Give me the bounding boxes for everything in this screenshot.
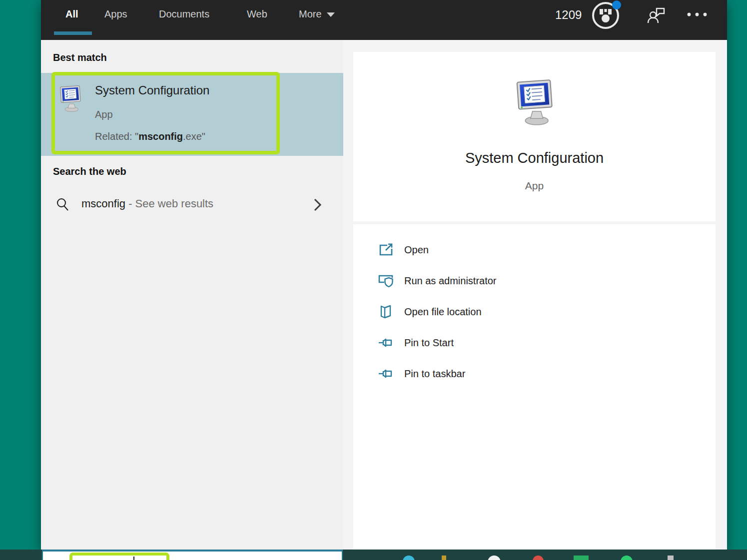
rewards-badge	[612, 0, 621, 9]
best-match-title: System Configuration	[95, 83, 209, 97]
system-configuration-app-icon	[56, 84, 85, 113]
tab-web[interactable]: Web	[247, 8, 267, 20]
tab-more-label: More	[299, 8, 322, 19]
green-sheet-app-icon[interactable]	[574, 556, 589, 560]
rewards-points-count: 1209	[555, 8, 582, 22]
results-panel: Best match	[41, 40, 343, 550]
action-label: Run as administrator	[404, 275, 497, 287]
web-result-text: msconfig - See web results	[81, 197, 213, 210]
action-label: Pin to Start	[404, 337, 454, 349]
action-label: Pin to taskbar	[404, 368, 465, 380]
open-icon	[377, 241, 394, 258]
best-match-section-label: Best match	[53, 52, 107, 63]
text-cursor	[133, 557, 134, 560]
taskbar	[0, 550, 747, 560]
web-result-item[interactable]: msconfig - See web results	[41, 190, 343, 222]
search-icon	[55, 197, 70, 212]
tab-documents[interactable]: Documents	[159, 8, 209, 20]
action-pin-to-start[interactable]: Pin to Start	[353, 327, 716, 358]
action-pin-to-taskbar[interactable]: Pin to taskbar	[353, 358, 716, 389]
green-app-icon[interactable]	[621, 556, 633, 560]
action-open[interactable]: Open	[353, 234, 716, 265]
taskbar-search-box[interactable]	[42, 550, 343, 560]
actions-list: Open Run as administrator	[353, 234, 716, 389]
tab-more[interactable]: More	[299, 8, 335, 20]
tab-all[interactable]: All	[65, 8, 78, 20]
best-match-related: Related: "msconfig.exe"	[95, 131, 205, 142]
preview-type: App	[353, 180, 716, 192]
best-match-type: App	[95, 109, 113, 120]
annotation-highlight-box-taskbar	[69, 553, 169, 560]
action-open-file-location[interactable]: Open file location	[353, 296, 716, 327]
action-run-as-administrator[interactable]: Run as administrator	[353, 265, 716, 296]
pin-icon	[377, 334, 394, 351]
chevron-right-icon[interactable]	[312, 198, 322, 212]
selected-tab-underline	[54, 31, 92, 35]
related-prefix: Related: "	[95, 131, 138, 142]
search-flyout-window: All Apps Documents Web More 1209	[41, 0, 727, 550]
ellipsis-icon[interactable]	[686, 11, 709, 18]
search-web-section-label: Search the web	[53, 166, 126, 177]
preview-title: System Configuration	[353, 150, 716, 166]
white-app-icon[interactable]	[488, 556, 501, 560]
open-file-location-icon	[377, 303, 394, 320]
red-app-icon[interactable]	[533, 556, 544, 560]
gold-app-icon[interactable]	[442, 556, 446, 560]
run-as-admin-icon	[377, 272, 394, 289]
related-suffix: .exe"	[183, 131, 205, 142]
search-results-area: Best match	[41, 40, 727, 550]
web-suffix: - See web results	[125, 197, 213, 210]
preview-actions-card: Open Run as administrator	[353, 224, 716, 550]
tab-apps[interactable]: Apps	[104, 8, 127, 20]
preview-header-card: System Configuration App	[353, 52, 716, 221]
pin-icon	[377, 365, 394, 382]
gray-app-icon[interactable]	[668, 556, 674, 560]
rewards-medal-icon[interactable]	[591, 0, 624, 30]
system-configuration-app-icon-large	[510, 77, 560, 127]
chevron-down-icon	[327, 12, 335, 17]
cyan-app-icon[interactable]	[403, 556, 415, 560]
action-label: Open	[404, 244, 429, 256]
feedback-icon[interactable]	[647, 6, 666, 25]
desktop: All Apps Documents Web More 1209	[0, 0, 747, 560]
related-query: msconfig	[138, 131, 183, 142]
web-query: msconfig	[81, 197, 125, 210]
search-filter-bar: All Apps Documents Web More 1209	[41, 0, 727, 40]
action-label: Open file location	[404, 306, 482, 318]
